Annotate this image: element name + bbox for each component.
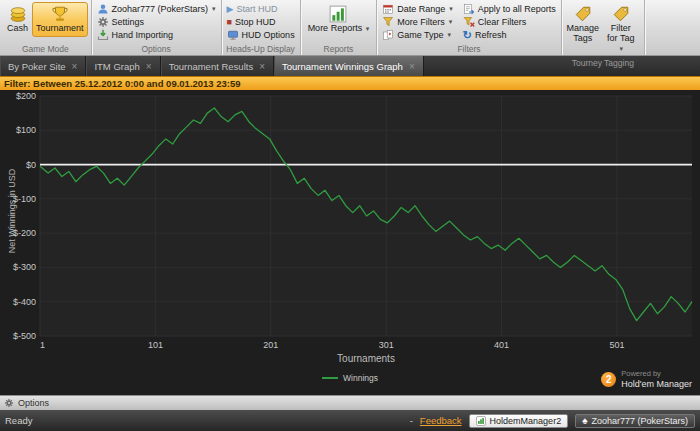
tab-close-icon[interactable]: × xyxy=(259,61,265,72)
group-label-game-mode: Game Mode xyxy=(3,43,88,55)
ribbon-group-tourney-tagging: Manage Tags Filter for Tag ▾ Tourney Tag… xyxy=(562,0,645,55)
ribbon-group-game-mode: Cash Tournament Game Mode xyxy=(0,0,92,55)
settings-button[interactable]: Settings xyxy=(95,15,147,28)
more-reports-button[interactable]: More Reports ▾ xyxy=(304,2,374,37)
ribbon: Cash Tournament Game Mode Zoohar777 (Pok… xyxy=(0,0,700,56)
gear-icon xyxy=(97,16,109,28)
group-label-filters: Filters xyxy=(380,43,558,55)
tab-by-poker-site[interactable]: By Poker Site× xyxy=(0,56,86,76)
taskbar-item-label: HoldemManager2 xyxy=(490,416,562,426)
ribbon-group-reports: More Reports ▾ Reports xyxy=(301,0,378,55)
tab-tournament-winnings-graph[interactable]: Tournament Winnings Graph× xyxy=(274,56,424,76)
tab-label: By Poker Site xyxy=(8,61,66,72)
holdemmanager-app-icon xyxy=(476,416,486,426)
feedback-link[interactable]: Feedback xyxy=(420,415,462,426)
group-label-reports: Reports xyxy=(304,43,374,55)
tab-label: ITM Graph xyxy=(94,61,139,72)
y-tick-label: $-200 xyxy=(13,228,36,238)
player-icon xyxy=(97,3,109,15)
tournament-button[interactable]: Tournament xyxy=(32,2,88,37)
game-type-button[interactable]: Game Type ▾ xyxy=(380,28,455,41)
settings-button-label: Settings xyxy=(112,17,145,27)
manage-tags-button[interactable]: Manage Tags xyxy=(565,2,601,47)
apply-to-all-reports-label: Apply to all Reports xyxy=(478,4,556,14)
tab-close-icon[interactable]: × xyxy=(146,61,152,72)
date-range-label: Date Range xyxy=(397,4,445,14)
clear-funnel-icon xyxy=(463,16,475,28)
filter-for-tag-label: Filter for Tag ▾ xyxy=(605,24,637,54)
apply-to-all-reports-button[interactable]: Apply to all Reports xyxy=(461,2,558,15)
cash-button-label: Cash xyxy=(7,24,28,34)
winnings-graph-panel: Net Winnings in USD $200$100$0$-100$-200… xyxy=(0,90,700,395)
y-tick-label: $-300 xyxy=(13,262,36,272)
filters-columns: Date Range ▾ More Filters ▾ Game Type ▾ xyxy=(380,2,558,43)
tab-close-icon[interactable]: × xyxy=(409,61,415,72)
manage-tags-label: Manage Tags xyxy=(567,24,600,44)
hand-importing-button-label: Hand Importing xyxy=(112,30,174,40)
tab-label: Tournament Results xyxy=(169,61,253,72)
cash-button[interactable]: Cash xyxy=(3,2,32,37)
options-bar[interactable]: Options xyxy=(0,395,700,410)
chevron-down-icon: ▾ xyxy=(448,31,452,39)
x-tick-label: 501 xyxy=(609,340,624,350)
clear-filters-button[interactable]: Clear Filters xyxy=(461,15,558,28)
account-selector[interactable]: Zoohar777 (PokerStars) ▾ xyxy=(95,2,218,15)
tag-icon xyxy=(612,5,630,23)
stop-hud-label: Stop HUD xyxy=(235,17,276,27)
game-mode-buttons: Cash Tournament xyxy=(3,2,88,43)
chevron-down-icon: ▾ xyxy=(212,5,216,13)
filter-status-bar: Filter: Between 25.12.2012 0:00 and 09.0… xyxy=(0,76,700,90)
more-filters-label: More Filters xyxy=(397,17,445,27)
tab-close-icon[interactable]: × xyxy=(72,61,78,72)
chevron-down-icon: ▾ xyxy=(366,25,370,32)
spade-icon: ♠ xyxy=(582,416,587,426)
product-name-label: Hold'em Manager xyxy=(621,379,692,389)
apply-reports-icon xyxy=(463,3,475,15)
stop-hud-button[interactable]: ■ Stop HUD xyxy=(225,15,278,28)
x-tick-label: 1 xyxy=(40,340,45,350)
x-tick-label: 401 xyxy=(494,340,509,350)
y-tick-label: $-100 xyxy=(13,194,36,204)
start-hud-button[interactable]: ▶ Start HUD xyxy=(225,2,280,15)
options-bar-label: Options xyxy=(18,398,49,408)
tab-itm-graph[interactable]: ITM Graph× xyxy=(86,56,160,76)
hud-rows: ▶ Start HUD ■ Stop HUD HUD Options xyxy=(225,2,297,43)
more-filters-button[interactable]: More Filters ▾ xyxy=(380,15,455,28)
hud-options-label: HUD Options xyxy=(242,30,295,40)
status-bar: Ready - Feedback HoldemManager2 ♠ Zoohar… xyxy=(0,410,700,431)
gear-icon xyxy=(4,398,14,408)
taskbar-item-label: Zoohar777 (PokerStars) xyxy=(591,416,688,426)
monitor-icon xyxy=(227,29,239,41)
y-tick-label: $-400 xyxy=(13,297,36,307)
cash-coins-icon xyxy=(9,5,27,23)
y-tick-label: $0 xyxy=(26,160,36,170)
play-icon: ▶ xyxy=(227,4,234,14)
start-hud-label: Start HUD xyxy=(237,4,278,14)
chevron-down-icon: ▾ xyxy=(620,45,624,52)
feedback-prefix: - xyxy=(410,415,413,426)
chart-legend: Winnings xyxy=(0,373,700,383)
ribbon-group-filters: Date Range ▾ More Filters ▾ Game Type ▾ xyxy=(377,0,562,55)
filter-for-tag-button[interactable]: Filter for Tag ▾ xyxy=(601,2,641,57)
playing-cards-icon xyxy=(382,29,394,41)
tab-label: Tournament Winnings Graph xyxy=(282,61,403,72)
hand-importing-button[interactable]: Hand Importing xyxy=(95,28,176,41)
legend-line-swatch xyxy=(322,377,338,379)
group-label-tourney-tagging: Tourney Tagging xyxy=(565,57,641,69)
powered-by-label: Powered by xyxy=(621,370,692,379)
date-range-button[interactable]: Date Range ▾ xyxy=(380,2,455,15)
taskbar-item-account[interactable]: ♠ Zoohar777 (PokerStars) xyxy=(575,414,695,428)
tab-tournament-results[interactable]: Tournament Results× xyxy=(161,56,274,76)
hud-options-button[interactable]: HUD Options xyxy=(225,28,297,41)
chevron-down-icon: ▾ xyxy=(449,18,453,26)
powered-by-branding: 2 Powered by Hold'em Manager xyxy=(601,370,692,389)
chevron-down-icon: ▾ xyxy=(449,5,453,13)
taskbar-item-holdemmanager2[interactable]: HoldemManager2 xyxy=(469,414,569,428)
x-tick-label: 101 xyxy=(148,340,163,350)
refresh-button[interactable]: ↻ Refresh xyxy=(461,28,558,41)
filters-column-2: Apply to all Reports Clear Filters ↻ Ref… xyxy=(461,2,558,41)
x-tick-label: 301 xyxy=(379,340,394,350)
clear-filters-label: Clear Filters xyxy=(478,17,527,27)
funnel-icon xyxy=(382,16,394,28)
y-tick-label: $100 xyxy=(16,125,36,135)
